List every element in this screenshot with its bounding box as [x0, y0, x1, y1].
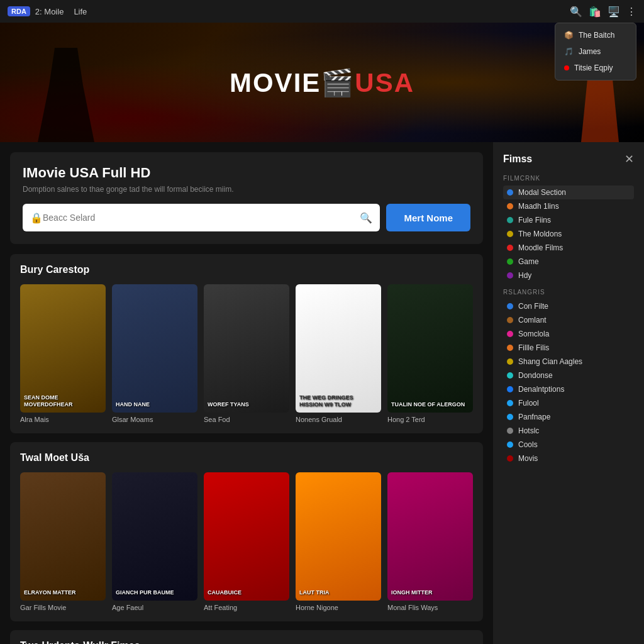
poster-text-m1: SEAN DOME MOVERDOFHEAR	[24, 394, 102, 409]
sidebar-item-g2-10[interactable]: Cools	[503, 438, 634, 452]
movie-title-m4: Nonens Gruald	[296, 416, 381, 423]
movie-card-m8[interactable]: CAUABUICEAtt Feating	[204, 472, 289, 611]
sidebar-dot-g2-0	[507, 303, 513, 309]
hero-title: MOVIE🎬USA	[230, 67, 414, 98]
movie-section-section3: Twe Urdents-Wullr FimesSAAORE DTTODFLIN …	[10, 630, 483, 644]
movie-card-m4[interactable]: THE WEG DRINGES HISSION W9 TLOWNonens Gr…	[296, 284, 381, 423]
sidebar-item-g1-3[interactable]: The Moldons	[503, 227, 634, 241]
section-title-section1: Bury Carestop	[20, 264, 473, 275]
sidebar-item-g2-9[interactable]: Hotslc	[503, 424, 634, 438]
poster-text-m3: WOREF TYANS	[208, 401, 286, 409]
sidebar-dot-g1-5	[507, 258, 513, 265]
dropdown-item-james[interactable]: 🎵 James	[555, 43, 636, 60]
movie-poster-m2: HAND NANE	[112, 284, 197, 413]
sidebar-item-g1-4[interactable]: Moodle Films	[503, 241, 634, 255]
sidebar-label-g1-1: Maadh 1lins	[518, 202, 559, 211]
poster-text-m8: CAUABUICE	[208, 589, 286, 597]
movie-poster-m5: TUALIN NOE OF ALERGON	[387, 284, 473, 413]
main-content: IMovie USA Full HD Domption salnes to th…	[0, 142, 644, 644]
sidebar-label-g2-6: Denalntptions	[518, 385, 564, 394]
sidebar-dot-g2-8	[507, 414, 513, 420]
nav-links: 2: Moile Life	[35, 7, 570, 16]
movie-title-m6: Gar Fills Movie	[20, 604, 106, 611]
nav-link-life[interactable]: Life	[74, 7, 87, 16]
sidebar-item-g1-6[interactable]: Hdy	[503, 269, 634, 282]
poster-text-m5: TUALIN NOE OF ALERGON	[391, 401, 469, 409]
movie-title-m1: Alra Mais	[20, 416, 106, 423]
sidebar-item-g2-11[interactable]: Movis	[503, 452, 634, 465]
hero-title-icon: 🎬	[321, 68, 355, 97]
sidebar-label-g2-2: Somclola	[518, 330, 549, 338]
sidebar-dot-g1-2	[507, 217, 513, 223]
movie-card-m5[interactable]: TUALIN NOE OF ALERGONHong 2 Terd	[387, 284, 473, 423]
right-sidebar: Fimss ✕ FILMCRNK Modal Section Maadh 1li…	[493, 142, 644, 644]
search-icon[interactable]: 🔍	[570, 6, 582, 18]
sidebar-item-g2-7[interactable]: Fulool	[503, 396, 634, 410]
sidebar-item-g2-0[interactable]: Con Filte	[503, 299, 634, 313]
dropdown-item-batch[interactable]: 📦 The Baitch	[555, 27, 636, 43]
sidebar-item-g2-6[interactable]: Denalntptions	[503, 382, 634, 396]
sidebar-item-g2-2[interactable]: Somclola	[503, 327, 634, 341]
poster-text-m4: THE WEG DRINGES HISSION W9 TLOW	[299, 394, 377, 409]
sidebar-dot-g1-6	[507, 272, 513, 279]
sidebar-label-g2-10: Cools	[518, 440, 538, 449]
search-magnifier-icon[interactable]: 🔍	[360, 212, 372, 224]
search-box: 🔒 🔍	[23, 204, 380, 231]
logo: RDA	[8, 6, 30, 16]
dropdown-menu: 📦 The Baitch 🎵 James Titsie Eqpiy	[555, 23, 636, 80]
sidebar-item-g2-5[interactable]: Dondonse	[503, 369, 634, 382]
search-row: 🔒 🔍 Mert Nome	[23, 204, 470, 231]
sidebar-dot-g2-6	[507, 386, 513, 392]
movie-poster-m6: ELRAYON MATTER	[20, 472, 106, 601]
sidebar-label-g1-5: Game	[518, 257, 539, 266]
more-icon[interactable]: ⋮	[626, 6, 636, 18]
sidebar-item-g1-5[interactable]: Game	[503, 255, 634, 269]
movie-card-m1[interactable]: SEAN DOME MOVERDOFHEARAlra Mais	[20, 284, 106, 423]
hero-title-usa: USA	[355, 68, 414, 97]
sidebar-label-g2-4: Shang Cian Aagles	[518, 357, 582, 366]
movie-card-m6[interactable]: ELRAYON MATTERGar Fills Movie	[20, 472, 106, 611]
movie-card-m7[interactable]: GIANCH PUR BAUMEAge Faeul	[112, 472, 197, 611]
sidebar-item-g1-2[interactable]: Fule Fiins	[503, 213, 634, 227]
sidebar-label-g2-0: Con Filte	[518, 302, 548, 311]
search-input[interactable]	[43, 213, 360, 223]
sidebar-label-g1-4: Moodle Films	[518, 243, 563, 252]
dropdown-icon-james: 🎵	[564, 47, 574, 56]
bag-icon[interactable]: 🛍️	[589, 6, 601, 18]
sidebar-label-g2-3: Fillle Filis	[518, 343, 549, 352]
sidebar-dot-g2-5	[507, 372, 513, 379]
nav-icons: 🔍 🛍️ 🖥️ ⋮	[570, 6, 636, 18]
movie-section-section1: Bury CarestopSEAN DOME MOVERDOFHEARAlra …	[10, 254, 483, 433]
movie-title-m3: Sea Fod	[204, 416, 289, 423]
sidebar-title: Fimss	[503, 153, 532, 165]
search-button[interactable]: Mert Nome	[386, 204, 470, 231]
sidebar-label-g2-5: Dondonse	[518, 371, 553, 380]
sidebar-close-icon[interactable]: ✕	[625, 152, 634, 166]
sidebar-item-g2-4[interactable]: Shang Cian Aagles	[503, 355, 634, 369]
sidebar-group1-label: FILMCRNK	[503, 175, 634, 182]
sidebar-item-g2-3[interactable]: Fillle Filis	[503, 341, 634, 355]
sidebar-label-g2-11: Movis	[518, 454, 538, 463]
sidebar-group2-label: RSLANGRIS	[503, 289, 634, 296]
sidebar-label-g2-8: Panfnape	[518, 413, 550, 421]
dropdown-item-titsie[interactable]: Titsie Eqpiy	[555, 60, 636, 76]
nav-link-moile[interactable]: 2: Moile	[35, 7, 64, 16]
movie-poster-m9: LAUT TRIA	[296, 472, 381, 601]
sidebar-label-g2-7: Fulool	[518, 399, 539, 408]
search-box-icon: 🔒	[30, 212, 43, 224]
movie-card-m10[interactable]: IONGH MITTERMonal Flis Ways	[387, 472, 473, 611]
sidebar-item-g2-1[interactable]: Comlant	[503, 313, 634, 327]
movie-card-m9[interactable]: LAUT TRIAHorne Nigone	[296, 472, 381, 611]
poster-text-m10: IONGH MITTER	[391, 589, 469, 597]
sidebar-item-g2-8[interactable]: Panfnape	[503, 410, 634, 424]
window-icon[interactable]: 🖥️	[608, 6, 620, 18]
sidebar-item-g1-0[interactable]: Modal Section	[503, 186, 634, 199]
sidebar-dot-g2-10	[507, 441, 513, 448]
movie-card-m2[interactable]: HAND NANEGlsar Moams	[112, 284, 197, 423]
sidebar-item-g1-1[interactable]: Maadh 1lins	[503, 199, 634, 213]
sidebar-dot-g2-7	[507, 400, 513, 406]
movie-card-m3[interactable]: WOREF TYANSSea Fod	[204, 284, 289, 423]
poster-text-m7: GIANCH PUR BAUME	[116, 589, 194, 597]
sidebar-label-g1-2: Fule Fiins	[518, 216, 551, 225]
sidebar-label-g1-0: Modal Section	[518, 188, 566, 197]
